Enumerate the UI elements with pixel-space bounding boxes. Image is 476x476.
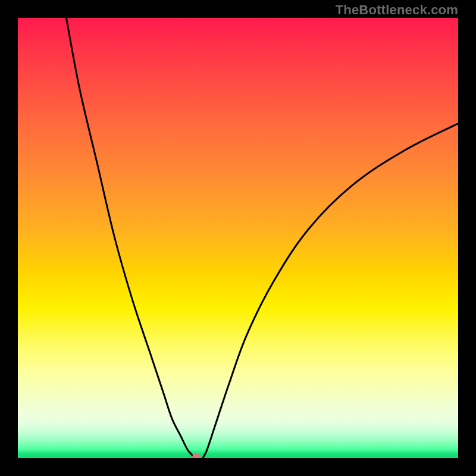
chart-svg xyxy=(18,18,458,458)
plot-area xyxy=(18,18,458,458)
chart-frame: TheBottleneck.com xyxy=(0,0,476,476)
left-branch-path xyxy=(66,18,194,458)
optimum-marker xyxy=(192,454,201,458)
watermark-text: TheBottleneck.com xyxy=(336,2,458,18)
right-branch-path xyxy=(203,124,458,458)
